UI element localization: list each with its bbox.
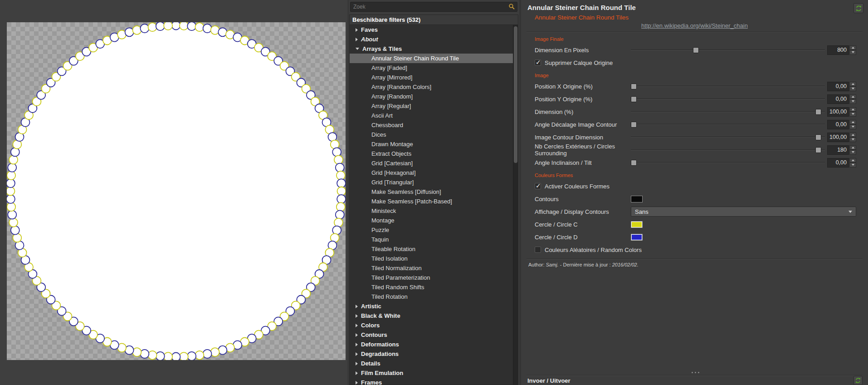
checkbox[interactable] [535,59,541,66]
filter-item-row[interactable]: Taquin [350,235,513,244]
slider-handle[interactable] [815,109,821,115]
filter-item-row[interactable]: Make Seamless [Patch-Based] [350,197,513,206]
filter-item-row[interactable]: Array [Random Colors] [350,82,513,92]
chevron-expander-icon[interactable] [356,48,359,50]
filter-item-row[interactable]: Dices [350,130,513,139]
spin-up-icon[interactable] [849,82,856,87]
param-slider[interactable] [631,121,825,128]
color-swatch[interactable] [631,196,643,202]
filter-item-row[interactable]: Drawn Montage [350,139,513,149]
scrollbar-thumb[interactable] [514,26,517,163]
spinner[interactable] [849,82,856,91]
filter-category-row[interactable]: Details [350,359,513,368]
chevron-expander-icon[interactable] [356,305,358,308]
filter-item-row[interactable]: Array [Faded] [350,63,513,73]
filter-item-row[interactable]: Array [Regular] [350,101,513,111]
filter-item-row[interactable]: Tiled Rotation [350,292,513,301]
spin-down-icon[interactable] [849,99,856,104]
slider-handle[interactable] [631,122,637,128]
param-slider[interactable] [631,134,825,140]
slider-handle[interactable] [693,47,699,53]
spin-up-icon[interactable] [849,145,856,150]
chevron-expander-icon[interactable] [356,352,358,356]
spinner[interactable] [849,45,856,55]
filter-category-row[interactable]: Artistic [350,301,513,311]
chevron-expander-icon[interactable] [356,381,358,385]
filter-item-row[interactable]: Tiled Random Shifts [350,282,513,292]
param-value-field[interactable]: 100,00 [827,107,849,117]
spinner[interactable] [849,133,856,142]
slider-handle[interactable] [815,134,821,140]
chevron-expander-icon[interactable] [356,324,358,327]
chevron-expander-icon[interactable] [356,333,358,337]
param-slider[interactable] [631,147,825,153]
slider-handle[interactable] [631,160,637,166]
combo-box[interactable]: Sans [631,207,856,217]
filter-category-row[interactable]: Arrays & Tiles [350,44,513,54]
param-slider[interactable] [631,83,825,89]
filter-item-row[interactable]: Annular Steiner Chain Round Tile [350,54,513,63]
spin-down-icon[interactable] [849,137,856,142]
scrollbar[interactable] [513,25,518,385]
spin-down-icon[interactable] [849,163,856,168]
color-swatch[interactable] [631,234,643,241]
io-refresh-button[interactable] [853,376,863,385]
checkbox[interactable] [535,183,541,189]
filter-category-row[interactable]: Colors [350,321,513,330]
filter-item-row[interactable]: Extract Objects [350,149,513,158]
filter-category-row[interactable]: Faves [350,25,513,35]
refresh-filter-button[interactable] [853,3,863,13]
slider-handle[interactable] [631,84,637,89]
spin-up-icon[interactable] [849,133,856,138]
spin-down-icon[interactable] [849,50,856,55]
filter-category-row[interactable]: Contours [350,330,513,340]
filter-item-row[interactable]: Grid [Hexagonal] [350,168,513,178]
slider-handle[interactable] [631,96,637,102]
param-value-field[interactable]: 0,00 [827,82,849,91]
param-value-field[interactable]: 180 [827,145,849,155]
spinner[interactable] [849,158,856,168]
filter-item-row[interactable]: Montage [350,216,513,225]
filter-item-row[interactable]: Tileable Rotation [350,244,513,254]
spin-up-icon[interactable] [849,158,856,163]
filter-item-row[interactable]: Make Seamless [Diffusion] [350,187,513,197]
filter-item-row[interactable]: Ministeck [350,206,513,216]
color-swatch[interactable] [631,221,643,228]
filter-category-row[interactable]: Frames [350,378,513,385]
filter-item-row[interactable]: Tiled Parameterization [350,273,513,282]
param-slider[interactable] [631,96,825,102]
param-value-field[interactable]: 100,00 [827,133,849,142]
filter-category-row[interactable]: Deformations [350,340,513,349]
filter-item-row[interactable]: Tiled Isolation [350,254,513,263]
spin-up-icon[interactable] [849,107,856,112]
param-value-field[interactable]: 800 [827,45,849,55]
chevron-expander-icon[interactable] [356,362,358,365]
splitter-handle-icon[interactable] [695,372,696,373]
spin-up-icon[interactable] [849,45,856,50]
checkbox[interactable] [535,247,541,253]
chevron-expander-icon[interactable] [356,314,358,318]
search-input[interactable] [350,2,517,12]
spinner[interactable] [849,94,856,104]
spin-down-icon[interactable] [849,124,856,129]
filter-item-row[interactable]: Grid [Cartesian] [350,158,513,168]
wikipedia-link[interactable]: http://en.wikipedia.org/wiki/Steiner_cha… [641,22,748,29]
filter-category-row[interactable]: About [350,35,513,44]
slider-handle[interactable] [815,147,821,153]
filter-category-row[interactable]: Black & White [350,311,513,321]
spin-down-icon[interactable] [849,86,856,91]
filter-category-row[interactable]: Degradations [350,349,513,359]
spinner[interactable] [849,120,856,129]
spin-down-icon[interactable] [849,150,856,155]
filter-item-row[interactable]: Tiled Normalization [350,263,513,273]
spinner[interactable] [849,145,856,155]
spin-up-icon[interactable] [849,94,856,99]
spin-down-icon[interactable] [849,112,856,117]
filter-item-row[interactable]: Ascii Art [350,111,513,120]
param-slider[interactable] [631,109,825,115]
filter-item-row[interactable]: Array [Random] [350,92,513,101]
filter-item-row[interactable]: Grid [Triangular] [350,178,513,187]
preview-image[interactable] [7,22,346,360]
chevron-expander-icon[interactable] [356,371,358,375]
param-slider[interactable] [631,159,825,166]
